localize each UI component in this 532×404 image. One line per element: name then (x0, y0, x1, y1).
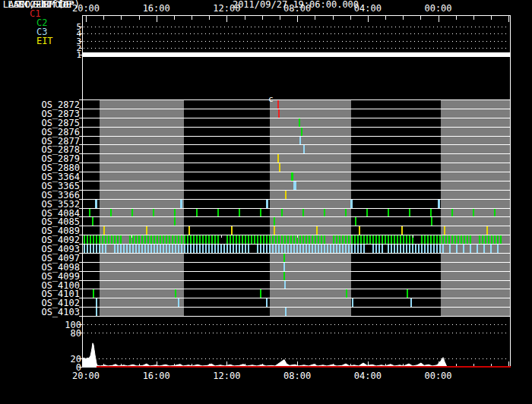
os-row-dense-bar (424, 245, 426, 253)
os-row-event-tick (291, 172, 293, 181)
os-row-dense-bar (147, 245, 149, 253)
bottom-axis-label: 08:00 (276, 371, 318, 381)
os-row-shaded-band (441, 118, 510, 127)
os-row-dense-bar (309, 235, 310, 244)
top-axis-tick (456, 16, 457, 20)
os-row-dense-bar (427, 235, 429, 244)
os-row-event-tick (103, 226, 105, 235)
os-row-shaded-band (441, 128, 510, 136)
os-row-label: OS_4103 (0, 307, 80, 317)
os-row-dense-bar (87, 245, 88, 253)
os-row-separator (82, 289, 511, 289)
os-row-event-tick (146, 226, 147, 235)
os-row-dense-bar (96, 245, 97, 253)
top-axis-tick (350, 16, 351, 20)
os-row-dense-bar (248, 235, 249, 244)
os-row-dense-bar (315, 245, 316, 253)
os-row-event-tick (175, 289, 176, 298)
os-row-dense-bar (236, 235, 237, 244)
os-row-event-tick (388, 209, 389, 216)
os-row-dense-bar (175, 235, 176, 244)
os-row-dense-bar (456, 245, 458, 253)
os-row-shaded-band (441, 263, 510, 271)
os-row-shaded-band (100, 109, 184, 118)
os-row-shaded-band (270, 118, 351, 127)
os-row-shaded-band (100, 209, 184, 216)
os-row-shaded-band (100, 281, 184, 289)
os-row-shaded-band (441, 191, 510, 199)
tm-dotted-gridline (84, 27, 509, 27)
os-row-event-tick (299, 137, 301, 144)
os-row-dense-bar (366, 235, 368, 244)
os-row-dense-bar (226, 245, 228, 253)
os-row-shaded-band (100, 172, 184, 181)
buffer-ytick-label: 80 (46, 328, 81, 339)
os-row-dense-bar (483, 245, 485, 253)
os-row-dense-bar (309, 245, 310, 253)
os-row-separator (82, 127, 511, 128)
os-row-dense-bar (433, 245, 435, 253)
os-row-dense-bar (84, 235, 85, 244)
os-row-dense-bar (448, 235, 450, 244)
buffer-ytick-label: 0 (46, 362, 81, 373)
os-row-dense-bar (454, 235, 456, 244)
top-axis-label: 20:00 (65, 3, 107, 14)
os-row-dense-bar (272, 235, 274, 244)
os-row-dense-bar (278, 245, 280, 253)
os-row-dense-bar (230, 235, 231, 244)
os-row-dense-bar (138, 235, 140, 244)
os-row-shaded-band (270, 281, 351, 289)
os-row-shaded-band (100, 254, 184, 262)
tm-submode-value-bar (82, 52, 511, 57)
os-row-dense-bar (336, 235, 337, 244)
os-row-dense-bar (375, 235, 377, 244)
os-row-dense-bar (260, 245, 261, 253)
os-row-dense-bar (208, 245, 210, 253)
os-row-dense-bar (442, 245, 444, 253)
os-row-shaded-band (441, 100, 510, 109)
os-row-separator (82, 280, 511, 281)
top-axis-tick (508, 16, 509, 22)
os-row-dense-bar (236, 245, 237, 253)
os-row-dense-bar (239, 235, 240, 244)
top-axis-tick (420, 16, 421, 20)
os-row-event-tick (409, 209, 410, 216)
os-row-dense-bar (199, 245, 201, 253)
os-row-dense-bar (239, 245, 240, 253)
os-row-event-tick (260, 289, 261, 298)
os-row-event-tick (345, 209, 347, 216)
os-row-dense-bar (266, 245, 268, 253)
top-axis-tick (262, 16, 263, 20)
os-row-dense-bar (281, 245, 283, 253)
os-row-shaded-band (441, 245, 510, 253)
os-row-white-mark (221, 235, 222, 238)
os-row-event-tick (281, 209, 283, 216)
os-row-dense-bar (132, 235, 134, 244)
os-row-event-tick (277, 154, 279, 163)
os-row-dense-bar (470, 245, 471, 253)
os-row-dense-bar (117, 245, 119, 253)
os-row-shaded-band (270, 263, 351, 271)
os-row-dense-bar (172, 245, 173, 253)
os-row-dense-bar (415, 245, 416, 253)
os-row-dense-bar (315, 235, 316, 244)
os-row-shaded-band (270, 163, 351, 172)
os-row-shaded-band (441, 298, 510, 307)
os-row-event-tick (266, 200, 268, 208)
os-row-dense-bar (245, 235, 246, 244)
os-row-dense-bar (449, 245, 451, 253)
os-row-dense-bar (178, 245, 179, 253)
os-row-event-tick (239, 209, 240, 216)
bottom-axis-label: 04:00 (347, 371, 389, 381)
os-row-separator (82, 181, 511, 181)
os-row-dense-bar (424, 235, 426, 244)
os-row-dense-bar (287, 235, 289, 244)
os-row-shaded-band (100, 263, 184, 271)
top-axis-tick (368, 16, 369, 22)
os-row-dense-bar (187, 235, 188, 244)
os-row-shaded-band (441, 172, 510, 181)
os-row-dense-bar (154, 235, 155, 244)
os-row-dense-bar (150, 245, 152, 253)
os-row-event-tick (352, 298, 353, 307)
os-row-separator (82, 190, 511, 191)
